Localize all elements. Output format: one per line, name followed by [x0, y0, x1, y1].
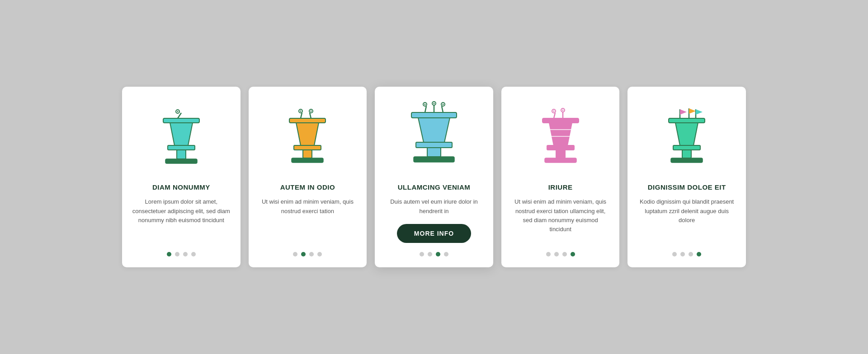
svg-rect-16	[294, 145, 321, 150]
svg-rect-52	[669, 118, 705, 123]
card-1-body: Lorem ipsum dolor sit amet, consectetuer…	[132, 197, 231, 242]
card-5-title: DIGNISSIM DOLOE EIT	[648, 183, 726, 191]
card-5-dots	[672, 252, 701, 256]
svg-rect-5	[168, 145, 195, 150]
svg-rect-17	[303, 150, 312, 158]
svg-point-38	[562, 110, 563, 111]
svg-rect-55	[682, 150, 691, 158]
svg-point-2	[177, 111, 178, 112]
dot-3-2	[428, 252, 432, 256]
dot-1-4	[191, 252, 196, 256]
card-3-title: ULLAMCING VENIAM	[398, 183, 471, 191]
svg-rect-14	[289, 118, 326, 123]
dot-2-1	[293, 252, 297, 256]
svg-marker-51	[696, 109, 703, 115]
dot-1-3	[183, 252, 188, 256]
dot-2-4	[317, 252, 322, 256]
dot-4-2	[554, 252, 559, 256]
card-2: AUTEM IN ODIO Ut wisi enim ad minim veni…	[249, 87, 367, 267]
svg-point-35	[553, 111, 554, 112]
card-2-title: AUTEM IN ODIO	[280, 183, 335, 191]
svg-marker-47	[680, 109, 687, 115]
svg-marker-4	[170, 123, 193, 145]
dot-3-4	[444, 252, 448, 256]
svg-rect-32	[414, 157, 454, 162]
dot-2-2	[301, 252, 306, 256]
svg-point-24	[434, 103, 435, 104]
svg-point-10	[300, 111, 302, 112]
card-2-body: Ut wisi enim ad minim veniam, quis nostr…	[259, 197, 357, 242]
svg-rect-6	[177, 150, 186, 159]
dot-2-3	[309, 252, 314, 256]
dot-4-4	[571, 252, 575, 256]
svg-line-19	[425, 106, 426, 112]
dot-5-1	[672, 252, 677, 256]
card-4-icon	[511, 100, 610, 172]
svg-marker-15	[296, 123, 319, 145]
svg-rect-44	[556, 150, 565, 158]
svg-line-8	[301, 113, 302, 118]
svg-rect-3	[163, 118, 199, 123]
card-4: IRIURE Ut wisi enim ad minim veniam, qui…	[501, 87, 620, 267]
dot-5-4	[697, 252, 701, 256]
dot-5-3	[689, 252, 693, 256]
card-1-dots	[167, 252, 196, 256]
svg-rect-18	[292, 158, 323, 163]
dot-3-1	[420, 252, 424, 256]
card-5: DIGNISSIM DOLOE EIT Kodio dignissim qui …	[627, 87, 746, 267]
card-1-icon	[132, 100, 231, 172]
svg-line-11	[310, 113, 311, 118]
svg-rect-39	[542, 118, 579, 123]
card-2-icon	[259, 100, 357, 172]
svg-marker-40	[549, 123, 572, 145]
card-4-title: IRIURE	[548, 183, 573, 191]
card-1-title: DIAM NONUMMY	[152, 183, 210, 191]
svg-rect-43	[547, 145, 574, 150]
svg-rect-45	[545, 158, 576, 163]
card-2-dots	[293, 252, 322, 256]
card-5-body: Kodio dignissim qui blandit praesent lup…	[637, 197, 736, 242]
card-3-dots	[420, 252, 448, 256]
svg-rect-54	[673, 145, 700, 150]
svg-rect-31	[427, 148, 441, 157]
svg-marker-53	[675, 123, 698, 145]
dot-1-2	[175, 252, 179, 256]
svg-line-33	[554, 113, 555, 118]
svg-rect-30	[416, 142, 452, 148]
svg-marker-29	[418, 118, 450, 142]
card-3-body: Duis autem vel eum iriure dolor in hendr…	[385, 197, 483, 215]
svg-rect-7	[165, 159, 197, 163]
svg-marker-49	[689, 108, 696, 114]
svg-point-27	[443, 104, 444, 105]
svg-point-21	[425, 104, 426, 105]
card-3: ULLAMCING VENIAM Duis autem vel eum iriu…	[375, 87, 493, 267]
dot-4-3	[562, 252, 567, 256]
dot-1-1	[167, 252, 171, 256]
card-1: DIAM NONUMMY Lorem ipsum dolor sit amet,…	[122, 87, 241, 267]
dot-3-3	[436, 252, 440, 256]
svg-rect-28	[411, 112, 457, 118]
cards-container: DIAM NONUMMY Lorem ipsum dolor sit amet,…	[95, 69, 773, 285]
dot-4-1	[546, 252, 551, 256]
card-4-dots	[546, 252, 575, 256]
card-4-body: Ut wisi enim ad minim veniam, quis nostr…	[511, 197, 610, 242]
svg-point-13	[311, 111, 312, 112]
card-5-icon	[637, 100, 736, 172]
card-3-icon	[385, 100, 483, 172]
svg-rect-56	[671, 158, 703, 163]
more-info-button[interactable]: MORE INFO	[397, 224, 471, 243]
dot-5-2	[680, 252, 685, 256]
svg-line-25	[442, 106, 443, 112]
